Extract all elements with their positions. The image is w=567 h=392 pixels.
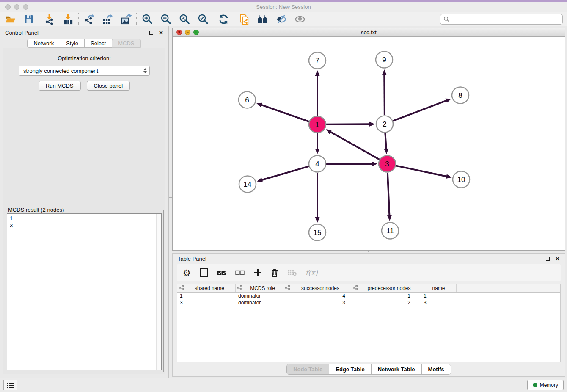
close-table-panel-icon[interactable]: ✕ (555, 256, 560, 262)
function-builder-icon-disabled: f(x) (306, 267, 318, 278)
tab-network-table[interactable]: Network Table (371, 364, 421, 374)
graph-edge-arrowhead (369, 122, 375, 127)
tab-node-table[interactable]: Node Table (287, 364, 329, 374)
network-graph: 7968124314101511 (173, 37, 565, 248)
graph-node-7[interactable]: 7 (309, 52, 326, 69)
search-input[interactable] (452, 16, 559, 22)
graph-node-8[interactable]: 8 (452, 87, 469, 104)
tab-motifs[interactable]: Motifs (421, 364, 451, 374)
zoom-in-icon[interactable] (141, 13, 153, 25)
graph-edge-2-8[interactable] (393, 100, 447, 121)
svg-text:4: 4 (315, 160, 319, 168)
tab-select[interactable]: Select (84, 39, 112, 48)
optimization-criterion-label: Optimization criterion: (58, 55, 111, 61)
cell-name[interactable]: 3 (421, 299, 457, 306)
graph-node-9[interactable]: 9 (376, 52, 393, 68)
column-header-shared-name[interactable]: shared name (177, 284, 236, 292)
export-network-icon[interactable] (83, 13, 95, 25)
mcds-result-list[interactable]: 13 (7, 213, 162, 370)
criterion-select[interactable]: strongly connected component (19, 66, 150, 76)
panel-list-button[interactable] (3, 380, 17, 390)
home-view-icon[interactable] (257, 13, 269, 25)
run-mcds-button[interactable]: Run MCDS (39, 81, 81, 91)
criterion-select-value: strongly connected component (23, 68, 98, 74)
graph-edge-3-1[interactable] (330, 132, 380, 160)
table-row[interactable]: 1dominator411 (177, 293, 560, 299)
import-network-icon[interactable] (44, 13, 55, 25)
column-type-icon (237, 285, 242, 291)
close-panel-button[interactable]: Close panel (87, 81, 130, 91)
import-table-icon[interactable] (62, 13, 74, 25)
graphics-details-icon[interactable] (275, 13, 287, 25)
table-row[interactable]: 3dominator323 (177, 299, 560, 306)
unselect-all-checkboxes-icon[interactable] (235, 267, 245, 278)
memory-button[interactable]: Memory (527, 380, 564, 390)
export-image-icon[interactable] (120, 13, 132, 25)
graph-edge-1-2[interactable] (326, 124, 370, 124)
column-header-successor-nodes[interactable]: successor nodes (284, 284, 351, 292)
network-canvas[interactable]: 7968124314101511 (173, 37, 565, 250)
graph-edge-arrowhead (315, 149, 320, 154)
tab-mcds[interactable]: MCDS (112, 39, 140, 48)
svg-text:6: 6 (245, 96, 249, 104)
cell-shared-name[interactable]: 1 (177, 293, 236, 299)
cell-successor-nodes[interactable]: 4 (284, 293, 351, 299)
cell-MCDS-role[interactable]: dominator (236, 293, 284, 299)
float-table-panel-icon[interactable] (546, 257, 550, 261)
toolbar-separator (136, 13, 137, 25)
column-header-predecessor-nodes[interactable]: predecessor nodes (351, 284, 421, 292)
zoom-fit-icon[interactable] (178, 13, 190, 25)
vertical-split-grip[interactable] (169, 194, 172, 203)
zoom-out-icon[interactable] (160, 13, 171, 25)
save-session-icon[interactable] (23, 13, 35, 25)
export-table-icon[interactable] (102, 13, 113, 25)
clone-network-icon[interactable] (238, 13, 250, 25)
open-session-icon[interactable] (4, 13, 16, 25)
close-panel-icon[interactable]: ✕ (159, 30, 163, 36)
tab-edge-table[interactable]: Edge Table (329, 364, 371, 374)
column-header-MCDS-role[interactable]: MCDS role (236, 284, 284, 292)
graph-edge-2-9[interactable] (384, 74, 385, 115)
graph-edge-arrowhead (382, 69, 387, 75)
graph-node-4[interactable]: 4 (309, 156, 326, 172)
float-panel-icon[interactable] (149, 31, 153, 35)
graph-node-15[interactable]: 15 (309, 224, 326, 241)
svg-text:14: 14 (244, 180, 252, 188)
table-settings-gear-icon[interactable]: ⚙ (183, 267, 191, 278)
tab-network[interactable]: Network (27, 39, 60, 48)
graph-edge-3-11[interactable] (388, 173, 390, 216)
search-field[interactable] (440, 14, 563, 25)
zoom-selected-icon[interactable] (197, 13, 209, 25)
column-insert-icon[interactable] (200, 267, 208, 278)
graph-edge-3-10[interactable] (396, 166, 447, 177)
refresh-layout-icon[interactable] (217, 13, 229, 25)
graph-node-11[interactable]: 11 (382, 223, 399, 239)
cell-successor-nodes[interactable]: 3 (284, 299, 351, 306)
graph-edge-1-6[interactable] (261, 105, 309, 121)
cell-predecessor-nodes[interactable]: 1 (351, 293, 421, 299)
graph-node-14[interactable]: 14 (239, 176, 256, 193)
add-row-icon[interactable] (253, 267, 262, 278)
graph-edge-4-14[interactable] (261, 166, 309, 180)
graph-node-2[interactable]: 2 (376, 116, 393, 133)
cell-name[interactable]: 1 (421, 293, 457, 299)
cell-shared-name[interactable]: 3 (177, 299, 236, 306)
svg-text:2: 2 (383, 120, 386, 128)
graph-edge-2-3[interactable] (385, 133, 386, 149)
column-header-name[interactable]: name (421, 284, 457, 292)
cell-predecessor-nodes[interactable]: 2 (351, 299, 421, 306)
node-table[interactable]: shared nameMCDS rolesuccessor nodesprede… (177, 284, 561, 362)
graph-edge-arrowhead (446, 174, 452, 179)
cell-MCDS-role[interactable]: dominator (236, 299, 284, 306)
network-window-titlebar[interactable]: scc.txt ✕ − + (173, 28, 565, 37)
svg-text:15: 15 (314, 229, 322, 237)
graph-node-10[interactable]: 10 (453, 171, 470, 188)
tab-style[interactable]: Style (60, 39, 85, 48)
graph-node-3[interactable]: 3 (379, 156, 396, 172)
delete-row-trash-icon[interactable] (271, 267, 278, 278)
birds-eye-view-icon[interactable] (294, 13, 306, 25)
graph-node-1[interactable]: 1 (309, 116, 326, 133)
graph-node-6[interactable]: 6 (239, 92, 256, 108)
select-all-checkboxes-icon[interactable] (217, 267, 226, 278)
result-scrollbar[interactable] (156, 214, 161, 370)
